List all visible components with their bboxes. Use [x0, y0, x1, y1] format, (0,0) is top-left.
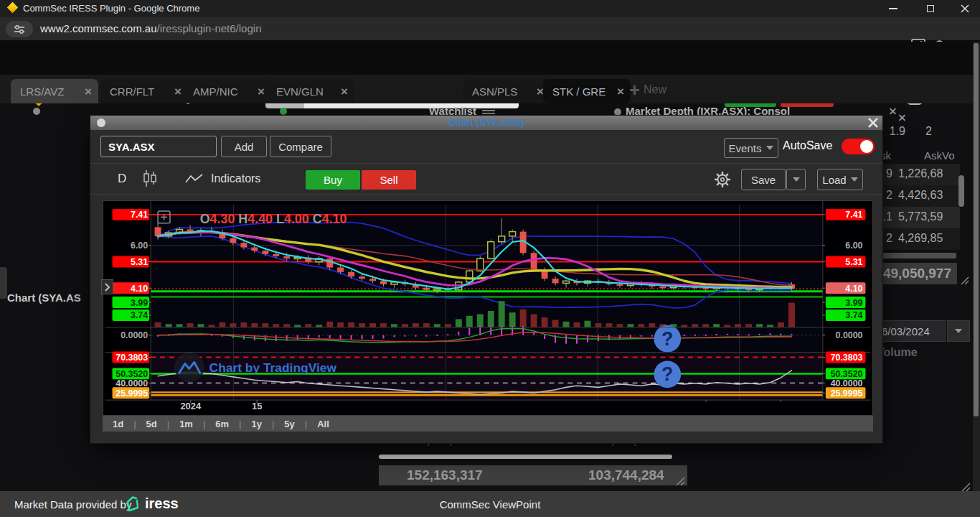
resize-handle-icon[interactable] — [958, 274, 970, 286]
watchlist-status-dot — [280, 108, 287, 115]
collapse-axis-button[interactable] — [101, 279, 113, 294]
svg-text:?: ? — [661, 363, 673, 385]
range-1m[interactable]: 1m — [169, 419, 203, 429]
site-settings-icon[interactable] — [6, 21, 33, 37]
date-field[interactable]: 6/03/2024 — [875, 320, 946, 342]
close-window-button[interactable] — [953, 0, 977, 17]
autosave-label: AutoSave — [783, 139, 832, 152]
svg-text:?: ? — [661, 328, 673, 350]
resize-handle-icon[interactable] — [673, 474, 686, 487]
depth-divider — [879, 253, 956, 258]
total-volume-cell: 49,050,977 — [877, 263, 957, 284]
docked-chart-title: Chart (SYA.AS — [7, 292, 81, 304]
svg-text:3.99: 3.99 — [131, 298, 148, 308]
chevron-down-icon — [793, 177, 800, 182]
footer-app-name: CommSec ViewPoint — [0, 498, 980, 511]
svg-text:4.10: 4.10 — [845, 284, 862, 294]
svg-text:3.74: 3.74 — [845, 310, 862, 320]
gear-icon[interactable] — [713, 170, 732, 189]
footer: Market Data provided by iress CommSec Vi… — [0, 491, 980, 517]
svg-text:3.74: 3.74 — [131, 310, 148, 320]
range-1d[interactable]: 1d — [103, 419, 133, 429]
svg-text:Chart by TradingView: Chart by TradingView — [209, 360, 337, 375]
close-icon[interactable]: × — [341, 85, 348, 98]
chevron-down-icon — [851, 177, 858, 182]
url-path: /iressplugin-net6/login — [157, 22, 262, 34]
window-title: CommSec IRESS Plugin - Google Chrome — [23, 3, 199, 14]
autosave-toggle[interactable] — [842, 139, 875, 154]
indicators-button[interactable]: Indicators — [211, 172, 260, 185]
svg-text:7.41: 7.41 — [131, 210, 148, 220]
tab-asn-pls[interactable]: ASN/PLS× — [463, 79, 550, 103]
plus-icon — [630, 85, 639, 95]
svg-text:70.3803: 70.3803 — [831, 353, 863, 363]
svg-text:3.99: 3.99 — [845, 298, 862, 308]
close-icon[interactable]: × — [617, 85, 624, 98]
line-style-icon[interactable] — [185, 173, 204, 185]
range-1y[interactable]: 1y — [242, 419, 272, 429]
minimize-button[interactable] — [881, 0, 905, 17]
app-header: CommSec Buy Sell — [0, 42, 980, 75]
svg-text:0.0000: 0.0000 — [836, 330, 863, 340]
price-chart[interactable]: Chart by TradingView??O4.30 H4.40 L4.00 … — [103, 200, 873, 416]
symbol-input[interactable] — [100, 136, 217, 157]
svg-text:25.9995: 25.9995 — [116, 388, 148, 399]
range-all[interactable]: All — [307, 419, 339, 429]
watchlist-totals-row: 152,163,317 103,744,284 — [379, 465, 687, 485]
depth-value: 2 — [925, 125, 932, 138]
svg-text:5.31: 5.31 — [845, 257, 862, 267]
panel-scrollbar-thumb[interactable] — [958, 175, 964, 207]
range-5y[interactable]: 5y — [274, 419, 304, 429]
chevron-down-icon — [766, 146, 773, 150]
app-window: CommSec IRESS Plugin - Google Chrome www… — [0, 0, 980, 517]
date-dropdown-button[interactable] — [947, 320, 970, 342]
layout-tabs: LRS/AVZ×CRR/FLT×AMP/NIC×EVN/GLN×ASN/PLS×… — [0, 75, 980, 103]
chart-sell-button[interactable]: Sell — [362, 170, 416, 190]
tab-evn-gln[interactable]: EVN/GLN× — [267, 79, 354, 103]
tab-amp-nic[interactable]: AMP/NIC× — [184, 79, 271, 103]
load-dropdown-button[interactable]: Load — [817, 169, 863, 190]
svg-text:70.3803: 70.3803 — [116, 353, 148, 363]
close-icon[interactable]: × — [258, 85, 265, 98]
dialog-title: Chart (SYA.ASX) — [90, 117, 882, 128]
svg-text:50.3520: 50.3520 — [116, 369, 148, 379]
svg-text:4.10: 4.10 — [131, 284, 148, 294]
commsec-favicon-icon — [7, 2, 19, 14]
address-bar[interactable]: www2.commsec.com.au/iressplugin-net6/log… — [40, 22, 261, 34]
svg-text:5.31: 5.31 — [131, 257, 148, 267]
svg-text:50.3520: 50.3520 — [831, 369, 863, 379]
add-button[interactable]: Add — [221, 136, 267, 157]
page-scrollbar-thumb[interactable] — [974, 43, 979, 416]
interval-button[interactable]: D — [118, 172, 126, 186]
close-icon[interactable]: × — [85, 85, 92, 98]
dialog-titlebar[interactable]: Chart (SYA.ASX) — [90, 116, 882, 130]
chevron-right-icon — [105, 283, 110, 292]
total-value: 152,163,317 — [407, 467, 483, 483]
browser-titlebar: CommSec IRESS Plugin - Google Chrome — [0, 0, 980, 17]
horizontal-scrollbar[interactable] — [379, 455, 672, 459]
askvol-column-header: AskVo — [924, 149, 955, 162]
dialog-close-icon[interactable] — [868, 118, 878, 128]
candlestick-style-icon[interactable] — [142, 169, 158, 188]
compare-button[interactable]: Compare — [270, 136, 331, 157]
range-6m[interactable]: 6m — [205, 419, 239, 429]
range-5d[interactable]: 5d — [136, 419, 167, 429]
tab-stk-gre[interactable]: STK / GRE× — [543, 79, 631, 103]
svg-text:6.00: 6.00 — [845, 241, 862, 251]
svg-text:7.41: 7.41 — [845, 210, 862, 220]
dock-grip[interactable] — [0, 267, 6, 299]
restore-button[interactable] — [918, 0, 943, 17]
chevron-down-icon — [955, 329, 962, 333]
save-button[interactable]: Save — [741, 169, 786, 190]
url-domain: www2.commsec.com.au — [40, 22, 157, 34]
chart-buy-button[interactable]: Buy — [306, 170, 360, 190]
close-icon[interactable]: × — [174, 85, 182, 98]
svg-text:O4.30 H4.40 L4.00 C4.10: O4.30 H4.40 L4.00 C4.10 — [200, 212, 347, 226]
tab-crr-flt[interactable]: CRR/FLT× — [100, 79, 188, 103]
tab-lrs-avz[interactable]: LRS/AVZ× — [11, 79, 98, 103]
toggle-knob — [860, 140, 873, 153]
events-dropdown[interactable]: Events — [724, 138, 778, 158]
new-tab-button[interactable]: New — [630, 83, 666, 96]
save-dropdown-button[interactable] — [786, 169, 806, 190]
svg-text:40.0000: 40.0000 — [116, 378, 148, 388]
